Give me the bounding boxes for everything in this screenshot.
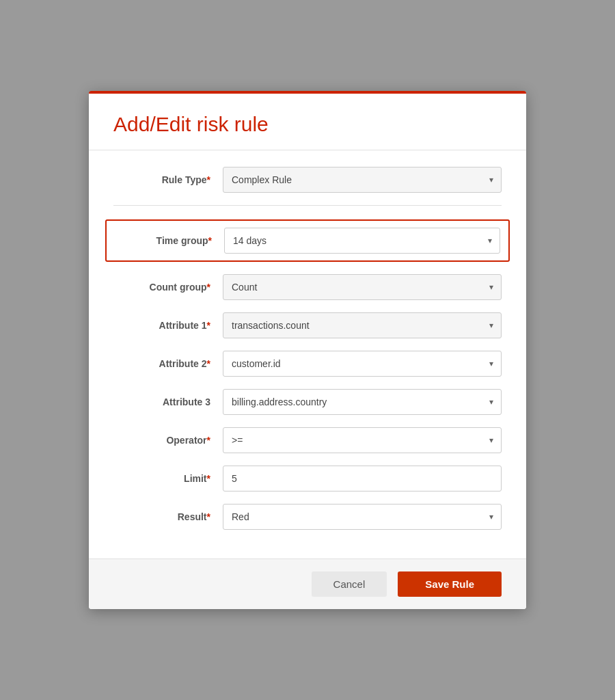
attribute2-label: Attribute 2* bbox=[113, 358, 223, 369]
save-rule-button[interactable]: Save Rule bbox=[398, 571, 502, 597]
attribute3-select[interactable]: billing.address.country bbox=[223, 389, 502, 415]
time-group-select[interactable]: 14 days bbox=[224, 228, 500, 254]
count-group-label: Count group* bbox=[113, 282, 223, 293]
time-group-row: Time group* 14 days ▾ bbox=[105, 219, 510, 262]
separator-line bbox=[113, 205, 502, 206]
time-group-wrapper: 14 days ▾ bbox=[224, 228, 500, 254]
attribute1-label: Attribute 1* bbox=[113, 320, 223, 331]
rule-type-select[interactable]: Complex Rule bbox=[223, 167, 502, 193]
attribute2-wrapper: customer.id ▾ bbox=[223, 351, 502, 377]
modal-header: Add/Edit risk rule bbox=[89, 94, 526, 150]
limit-label: Limit* bbox=[113, 473, 223, 484]
count-group-row: Count group* Count ▾ bbox=[113, 274, 502, 300]
attribute1-row: Attribute 1* transactions.count ▾ bbox=[113, 312, 502, 338]
modal-dialog: Add/Edit risk rule Rule Type* Complex Ru… bbox=[89, 91, 526, 609]
rule-type-label: Rule Type* bbox=[113, 174, 223, 185]
result-select[interactable]: Red bbox=[223, 504, 502, 530]
rule-type-wrapper: Complex Rule ▾ bbox=[223, 167, 502, 193]
count-group-wrapper: Count ▾ bbox=[223, 274, 502, 300]
modal-body: Rule Type* Complex Rule ▾ Time group* 1 bbox=[89, 150, 526, 558]
rule-type-row: Rule Type* Complex Rule ▾ bbox=[113, 167, 502, 193]
attribute3-label: Attribute 3 bbox=[113, 396, 223, 407]
attribute3-wrapper: billing.address.country ▾ bbox=[223, 389, 502, 415]
result-label: Result* bbox=[113, 511, 223, 522]
operator-wrapper: >= ▾ bbox=[223, 427, 502, 453]
modal-footer: Cancel Save Rule bbox=[89, 558, 526, 609]
operator-label: Operator* bbox=[113, 435, 223, 446]
cancel-button[interactable]: Cancel bbox=[312, 571, 387, 597]
operator-row: Operator* >= ▾ bbox=[113, 427, 502, 453]
attribute3-row: Attribute 3 billing.address.country ▾ bbox=[113, 389, 502, 415]
attribute2-row: Attribute 2* customer.id ▾ bbox=[113, 351, 502, 377]
count-group-select[interactable]: Count bbox=[223, 274, 502, 300]
time-group-label: Time group* bbox=[115, 235, 224, 246]
modal-title: Add/Edit risk rule bbox=[113, 113, 502, 136]
limit-input[interactable] bbox=[223, 466, 502, 492]
page-background: Add/Edit risk rule Rule Type* Complex Ru… bbox=[0, 0, 615, 700]
result-row: Result* Red ▾ bbox=[113, 504, 502, 530]
operator-select[interactable]: >= bbox=[223, 427, 502, 453]
attribute2-select[interactable]: customer.id bbox=[223, 351, 502, 377]
attribute1-select[interactable]: transactions.count bbox=[223, 312, 502, 338]
attribute1-wrapper: transactions.count ▾ bbox=[223, 312, 502, 338]
result-wrapper: Red ▾ bbox=[223, 504, 502, 530]
limit-row: Limit* bbox=[113, 466, 502, 492]
